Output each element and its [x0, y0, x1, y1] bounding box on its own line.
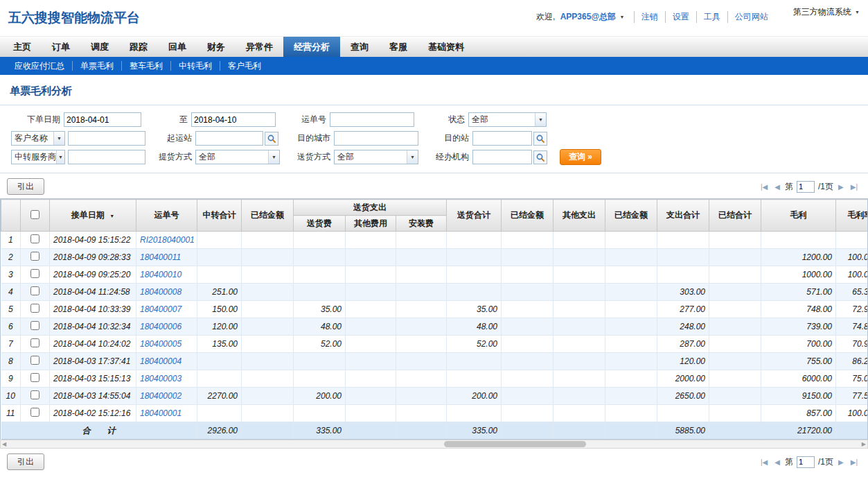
- customer-field-selector[interactable]: 客户名称 ▼: [11, 131, 65, 146]
- tab-异常件[interactable]: 异常件: [236, 37, 283, 57]
- origin-input[interactable]: [195, 131, 263, 146]
- cell-delivery_total: [447, 370, 502, 388]
- row-checkbox[interactable]: [30, 390, 39, 399]
- order-date-from-input[interactable]: [64, 112, 141, 127]
- system-label: 第三方物流系统: [793, 7, 851, 17]
- select-all-checkbox[interactable]: [30, 210, 39, 219]
- agency-lookup-icon[interactable]: [533, 150, 547, 164]
- subnav-item[interactable]: 应收应付汇总: [7, 61, 73, 71]
- header-link[interactable]: 公司网站: [727, 11, 775, 23]
- next-page-icon[interactable]: ▶: [835, 458, 847, 466]
- origin-lookup-icon[interactable]: [265, 132, 278, 146]
- horizontal-scrollbar[interactable]: ◀ ▶: [0, 440, 868, 449]
- header-link[interactable]: 设置: [665, 11, 696, 23]
- account-link[interactable]: APP365@总部: [560, 12, 616, 21]
- account-caret-icon[interactable]: ▼: [619, 15, 624, 19]
- col-header-settled1: 已结金额: [242, 200, 294, 232]
- cell-other_fee: [346, 370, 396, 388]
- subnav-item[interactable]: 中转毛利: [171, 61, 220, 71]
- waybill-link[interactable]: 180400004: [140, 356, 181, 366]
- sort-icon[interactable]: ▼: [109, 214, 114, 218]
- data-grid-viewport: 接单日期 ▼ 运单号 中转合计 已结金额 送货支出 送货合计 已结金额 其他支出…: [0, 198, 868, 440]
- row-checkbox[interactable]: [30, 321, 39, 330]
- subnav-item[interactable]: 整车毛利: [122, 61, 171, 71]
- status-select[interactable]: 全部 ▼: [468, 112, 547, 127]
- dest-station-lookup-icon[interactable]: [533, 132, 547, 146]
- system-switcher[interactable]: 第三方物流系统 ▼: [793, 6, 860, 18]
- cell-expense_total: 2650.00: [657, 388, 709, 405]
- waybill-link[interactable]: RI2018040001: [140, 235, 195, 245]
- cell-install_fee: [396, 301, 447, 318]
- transfer-provider-input[interactable]: [68, 150, 145, 164]
- prev-page-icon[interactable]: ◀: [771, 183, 783, 191]
- waybill-input[interactable]: [330, 112, 414, 127]
- dest-station-input[interactable]: [472, 131, 532, 146]
- tab-调度[interactable]: 调度: [80, 37, 119, 57]
- row-checkbox[interactable]: [30, 234, 39, 243]
- row-checkbox[interactable]: [30, 304, 39, 313]
- pagination-top: |◀ ◀ 第 /1页 ▶ ▶|: [757, 181, 861, 193]
- cell-waybill: 180400005: [136, 336, 197, 353]
- table-row: 62018-04-04 10:32:34180400006120.0048.00…: [1, 318, 868, 336]
- totals-cell-other_fee: [346, 422, 396, 440]
- cell-profit_rate: 70.92%: [836, 336, 868, 353]
- waybill-link[interactable]: 180400011: [140, 252, 181, 262]
- col-header-date[interactable]: 接单日期 ▼: [50, 200, 136, 232]
- delivery-select-value: 全部: [337, 151, 354, 163]
- first-page-icon[interactable]: |◀: [757, 183, 771, 191]
- header-link[interactable]: 工具: [696, 11, 727, 23]
- tab-查询[interactable]: 查询: [340, 37, 379, 57]
- row-checkbox[interactable]: [30, 252, 39, 261]
- prev-page-icon[interactable]: ◀: [771, 458, 783, 466]
- tab-经营分析[interactable]: 经营分析: [283, 37, 340, 57]
- next-page-icon[interactable]: ▶: [835, 183, 847, 191]
- totals-cell-delivery_fee: 335.00: [294, 422, 346, 440]
- customer-input[interactable]: [68, 131, 145, 146]
- export-button-top[interactable]: 引出: [7, 178, 44, 195]
- cell-expense_total: [657, 232, 709, 249]
- waybill-link[interactable]: 180400008: [140, 287, 181, 297]
- welcome-area: 欢迎, APP365@总部 ▼ 注销设置工具公司网站: [536, 11, 775, 23]
- row-checkbox[interactable]: [30, 338, 39, 347]
- cell-install_fee: [396, 266, 447, 284]
- tab-回单[interactable]: 回单: [158, 37, 197, 57]
- tab-主页[interactable]: 主页: [3, 37, 42, 57]
- order-date-to-input[interactable]: [191, 112, 276, 127]
- tab-财务[interactable]: 财务: [197, 37, 236, 57]
- last-page-icon[interactable]: ▶|: [847, 183, 861, 191]
- header-link[interactable]: 注销: [634, 11, 665, 23]
- row-checkbox[interactable]: [30, 286, 39, 295]
- waybill-link[interactable]: 180400006: [140, 322, 181, 331]
- export-button-bottom[interactable]: 引出: [7, 453, 44, 470]
- scroll-right-icon[interactable]: ▶: [862, 440, 866, 448]
- tab-订单[interactable]: 订单: [42, 37, 80, 57]
- first-page-icon[interactable]: |◀: [757, 458, 771, 466]
- waybill-link[interactable]: 180400003: [140, 374, 181, 383]
- page-number-input[interactable]: [797, 456, 815, 468]
- tab-跟踪[interactable]: 跟踪: [119, 37, 158, 57]
- horizontal-scrollbar-thumb[interactable]: [444, 441, 586, 447]
- pickup-select[interactable]: 全部 ▼: [195, 150, 280, 164]
- delivery-select[interactable]: 全部 ▼: [334, 150, 418, 164]
- scroll-left-icon[interactable]: ◀: [2, 440, 6, 448]
- tab-客服[interactable]: 客服: [379, 37, 418, 57]
- search-button[interactable]: 查询 »: [560, 149, 601, 165]
- waybill-link[interactable]: 180400010: [140, 270, 181, 279]
- waybill-link[interactable]: 180400005: [140, 339, 181, 349]
- waybill-link[interactable]: 180400001: [140, 408, 181, 418]
- chevron-down-icon: ▼: [56, 150, 64, 164]
- subnav-item[interactable]: 客户毛利: [220, 61, 269, 71]
- transfer-provider-field-selector[interactable]: 中转服务商 ▼: [11, 150, 65, 164]
- waybill-link[interactable]: 180400002: [140, 391, 181, 401]
- row-checkbox[interactable]: [30, 373, 39, 382]
- row-checkbox[interactable]: [30, 408, 39, 417]
- dest-city-input[interactable]: [334, 131, 418, 146]
- waybill-link[interactable]: 180400007: [140, 304, 181, 314]
- page-number-input[interactable]: [797, 181, 815, 193]
- row-checkbox[interactable]: [30, 269, 39, 278]
- tab-基础资料[interactable]: 基础资料: [418, 37, 475, 57]
- last-page-icon[interactable]: ▶|: [847, 458, 861, 466]
- row-checkbox[interactable]: [30, 356, 39, 365]
- agency-input[interactable]: [472, 150, 532, 164]
- subnav-item[interactable]: 单票毛利: [73, 61, 122, 71]
